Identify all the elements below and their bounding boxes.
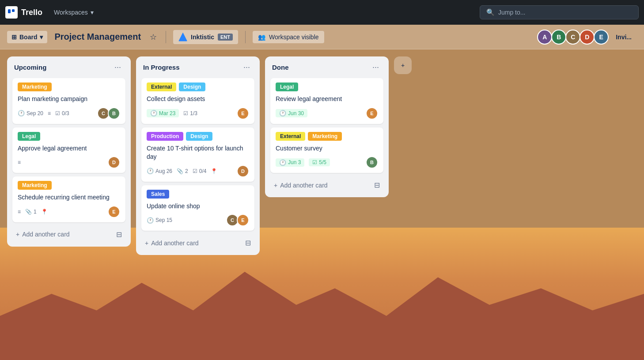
card-avatars: E (367, 107, 378, 120)
card-date: 🕐 Jun 30 (276, 109, 307, 117)
card-meta-left: 🕐 Aug 26 📎 2 ☑ 0/4 📍 (147, 168, 217, 174)
avatar-5[interactable]: E (594, 30, 609, 45)
card-tshirt-options[interactable]: Production Design Create 10 T-shirt opti… (141, 128, 254, 182)
avatar-1[interactable]: A (537, 30, 552, 45)
column-in-progress-header: In Progress ··· (141, 62, 254, 73)
column-upcoming-menu[interactable]: ··· (112, 62, 124, 73)
board-view-chevron: ▾ (40, 34, 43, 41)
label-design: Design (179, 82, 205, 91)
card-meta-row: 🕐 Sep 15 C E (147, 214, 249, 226)
label-sales: Sales (147, 190, 169, 199)
workspace-name: Inktistic (191, 34, 214, 41)
search-bar[interactable]: 🔍 Jump to... (480, 5, 639, 19)
column-upcoming-header: Upcoming ··· (12, 62, 125, 73)
add-card-done[interactable]: + Add another card ⊟ (270, 178, 383, 192)
card-meta-row: ≡ 📎 1 📍 E (18, 206, 120, 218)
add-card-in-progress[interactable]: + Add another card ⊟ (141, 236, 254, 250)
card-update-shop[interactable]: Sales Update online shop 🕐 Sep 15 C E (141, 185, 254, 231)
board-grid-icon: ⊞ (11, 34, 17, 41)
card-labels: Production Design (147, 132, 249, 141)
card-title: Review legal agreement (276, 95, 378, 104)
card-checklist: ☑ 1/3 (183, 110, 197, 116)
card-approve-legal[interactable]: Legal Approve legal agreement ≡ D (12, 128, 125, 173)
card-avatar-1: E (237, 107, 249, 120)
column-done-title: Done (272, 64, 289, 71)
column-upcoming-title: Upcoming (14, 64, 46, 71)
card-labels: Legal (276, 82, 378, 91)
avatar-3[interactable]: C (565, 30, 580, 45)
plus-icon: + (274, 182, 277, 189)
card-labels: Legal (18, 132, 120, 141)
clock-icon: 🕐 (279, 159, 286, 166)
card-meta-left: ≡ 📎 1 📍 (18, 209, 48, 215)
label-production: Production (147, 132, 183, 141)
card-meta-left: ≡ (18, 159, 21, 165)
card-meta-left: 🕐 Sep 15 (147, 217, 172, 224)
clock-icon: 🕐 (150, 110, 157, 116)
check-icon: ☑ (183, 110, 188, 116)
column-done-header: Done ··· (270, 62, 383, 73)
card-customer-survey[interactable]: External Marketing Customer survey 🕐 Jun… (270, 128, 383, 173)
search-placeholder: Jump to... (498, 9, 525, 16)
board-title: Project Management (51, 32, 144, 42)
card-meta-left: 🕐 Jun 30 (276, 109, 307, 117)
card-desc: ≡ (18, 209, 21, 215)
card-avatars: B (367, 156, 378, 169)
card-title: Create 10 T-shirt options for launch day (147, 144, 249, 161)
workspaces-button[interactable]: Workspaces ▾ (49, 6, 98, 19)
board-view-label: Board (19, 34, 37, 41)
add-card-upcoming[interactable]: + Add another card ⊟ (12, 228, 125, 241)
template-icon[interactable]: ⊟ (374, 181, 380, 189)
search-icon: 🔍 (486, 8, 495, 16)
card-title: Update online shop (147, 202, 249, 211)
trello-logo[interactable]: Trello (5, 6, 42, 19)
column-in-progress: In Progress ··· External Design Collect … (136, 56, 260, 255)
workspace-chip[interactable]: Inktistic ENT (173, 30, 238, 44)
header-avatars: A B C D E Invi... (537, 30, 637, 45)
card-collect-assets[interactable]: External Design Collect design assets 🕐 … (141, 78, 254, 124)
svg-rect-1 (12, 9, 15, 12)
card-avatars: C B (99, 107, 120, 120)
visibility-label: Workspace visible (269, 34, 319, 41)
location-icon: 📍 (41, 209, 48, 215)
card-avatar-1: D (237, 165, 249, 177)
add-card-label: Add another card (22, 231, 69, 238)
template-icon[interactable]: ⊟ (116, 230, 122, 239)
label-external: External (276, 132, 305, 141)
star-button[interactable]: ☆ (148, 30, 159, 44)
card-avatars: E (239, 107, 249, 120)
label-design: Design (186, 132, 212, 141)
divider-1 (166, 31, 166, 43)
card-attachment: 📎 2 (177, 168, 188, 174)
column-done-menu[interactable]: ··· (370, 62, 382, 73)
avatar-4[interactable]: D (580, 30, 595, 45)
card-schedule-meeting[interactable]: Marketing Schedule recurring client meet… (12, 176, 125, 222)
card-avatars: D (110, 156, 120, 169)
invite-button[interactable]: Invi... (610, 31, 637, 43)
card-labels: Marketing (18, 82, 120, 91)
plus-icon: + (401, 62, 405, 69)
avatar-2[interactable]: B (551, 30, 566, 45)
ent-badge: ENT (218, 34, 233, 41)
card-avatar-2: B (108, 107, 120, 120)
card-checklist: ☑ 0/4 (193, 168, 207, 174)
card-meta-left: 🕐 Sep 20 ≡ ☑ 0/3 (18, 110, 69, 116)
card-avatars: C E (228, 214, 249, 226)
card-attachment: 📎 1 (25, 209, 37, 215)
board-view-button[interactable]: ⊞ Board ▾ (7, 31, 47, 43)
add-column-button[interactable]: + (394, 56, 412, 74)
label-legal: Legal (276, 82, 298, 91)
template-icon[interactable]: ⊟ (245, 239, 251, 247)
board-content: Upcoming ··· Marketing Plan marketing ca… (0, 49, 644, 360)
clock-icon: 🕐 (147, 217, 154, 224)
card-plan-marketing[interactable]: Marketing Plan marketing campaign 🕐 Sep … (12, 78, 125, 124)
card-title: Customer survey (276, 144, 378, 153)
trello-logo-text: Trello (21, 8, 42, 17)
column-in-progress-menu[interactable]: ··· (241, 62, 253, 73)
visibility-button[interactable]: 👥 Workspace visible (253, 31, 324, 43)
paperclip-icon: 📎 (25, 209, 32, 215)
card-review-legal[interactable]: Legal Review legal agreement 🕐 Jun 30 E (270, 78, 383, 124)
card-date: 🕐 Sep 20 (18, 110, 43, 116)
add-card-label: Add another card (151, 240, 198, 247)
location-icon: 📍 (211, 168, 217, 174)
